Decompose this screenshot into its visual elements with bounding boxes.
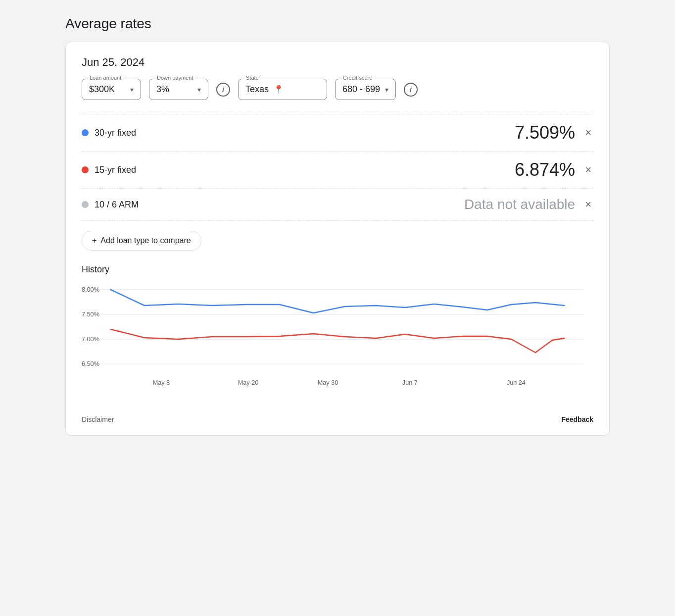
loan-row-30yr: 30-yr fixed 7.509% × (82, 114, 593, 152)
loan-row-arm: 10 / 6 ARM Data not available × (82, 189, 593, 221)
svg-text:7.50%: 7.50% (82, 310, 99, 318)
credit-score-label: Credit score (341, 75, 374, 81)
credit-score-select[interactable]: 680 - 699 ▾ (335, 79, 396, 100)
loan-amount-value: $300K (89, 84, 115, 95)
svg-text:May 20: May 20 (238, 379, 259, 386)
loan-amount-label: Loan amount (88, 75, 123, 81)
remove-arm-button[interactable]: × (583, 199, 593, 210)
down-payment-select[interactable]: 3% ▾ (149, 79, 208, 100)
loan-rows: 30-yr fixed 7.509% × 15-yr fixed 6.874% … (82, 114, 593, 221)
loan-row-15yr: 15-yr fixed 6.874% × (82, 152, 593, 189)
remove-30yr-button[interactable]: × (583, 127, 593, 138)
down-payment-label: Down payment (155, 75, 195, 81)
disclaimer-link[interactable]: Disclaimer (82, 415, 114, 423)
feedback-link[interactable]: Feedback (561, 415, 593, 423)
dot-30yr-icon (82, 129, 89, 136)
svg-text:7.00%: 7.00% (82, 335, 99, 343)
dot-15yr-icon (82, 166, 89, 173)
date-label: Jun 25, 2024 (82, 56, 593, 69)
footer-row: Disclaimer Feedback (82, 415, 593, 423)
chart-svg: 8.00% 7.50% 7.00% 6.50% May 8 May 20 May… (82, 281, 593, 410)
loan-name-arm: 10 / 6 ARM (95, 200, 464, 210)
state-select[interactable]: Texas 📍 (238, 79, 327, 100)
controls-row: Loan amount $300K ▾ Down payment 3% ▾ i … (82, 79, 593, 100)
down-payment-group: Down payment 3% ▾ (149, 79, 208, 100)
credit-score-value: 680 - 699 (342, 84, 380, 95)
svg-text:May 30: May 30 (318, 379, 338, 386)
page-title: Average rates (65, 16, 610, 32)
pin-icon: 📍 (274, 85, 284, 94)
down-payment-info-icon[interactable]: i (216, 83, 230, 97)
svg-text:Jun 24: Jun 24 (507, 379, 526, 386)
remove-15yr-button[interactable]: × (583, 164, 593, 175)
history-section: History 8.00% 7.50% 7.00% 6.50% May 8 (82, 264, 593, 410)
loan-rate-30yr: 7.509% (515, 122, 575, 143)
add-loan-button[interactable]: + Add loan type to compare (82, 231, 201, 251)
credit-score-info-icon[interactable]: i (404, 83, 418, 97)
state-value: Texas (245, 84, 269, 95)
svg-text:Jun 7: Jun 7 (402, 379, 418, 386)
down-payment-chevron-icon: ▾ (197, 86, 201, 94)
add-loan-label: Add loan type to compare (100, 236, 191, 245)
credit-score-group: Credit score 680 - 699 ▾ (335, 79, 396, 100)
red-line-15yr (111, 329, 565, 353)
loan-amount-select[interactable]: $300K ▾ (82, 79, 141, 100)
svg-text:May 8: May 8 (153, 379, 170, 386)
credit-score-chevron-icon: ▾ (385, 86, 388, 94)
history-chart: 8.00% 7.50% 7.00% 6.50% May 8 May 20 May… (82, 281, 593, 410)
state-group: State Texas 📍 (238, 79, 327, 100)
loan-amount-group: Loan amount $300K ▾ (82, 79, 141, 100)
down-payment-value: 3% (156, 84, 169, 95)
loan-rate-arm: Data not available (464, 197, 575, 212)
add-loan-plus-icon: + (92, 236, 96, 245)
dot-arm-icon (82, 201, 89, 208)
loan-name-30yr: 30-yr fixed (95, 128, 515, 138)
loan-name-15yr: 15-yr fixed (95, 165, 515, 175)
svg-text:8.00%: 8.00% (82, 286, 99, 293)
state-label: State (244, 75, 261, 81)
svg-text:6.50%: 6.50% (82, 360, 99, 367)
loan-amount-chevron-icon: ▾ (130, 86, 134, 94)
main-card: Jun 25, 2024 Loan amount $300K ▾ Down pa… (65, 42, 610, 436)
history-label: History (82, 264, 593, 275)
blue-line-30yr (111, 290, 565, 313)
loan-rate-15yr: 6.874% (515, 159, 575, 180)
